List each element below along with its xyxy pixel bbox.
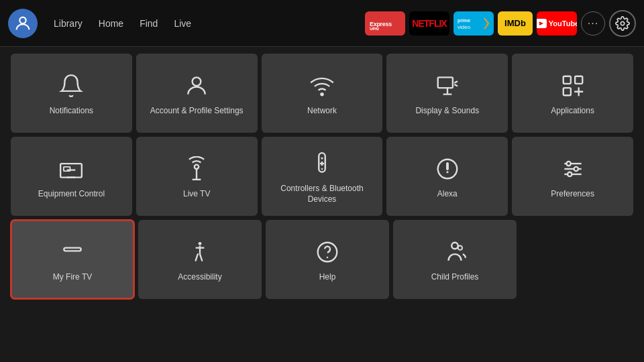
tv-icon	[56, 154, 86, 184]
svg-point-0	[19, 17, 25, 23]
svg-marker-5	[539, 21, 543, 25]
tile-preferences[interactable]: Preferences	[512, 137, 633, 216]
app-youtube[interactable]: YouTube	[537, 11, 577, 36]
tile-display-sounds-label: Display & Sounds	[415, 106, 479, 117]
antenna-icon	[182, 154, 211, 184]
tile-livetv-label: Live TV	[183, 189, 210, 200]
svg-rect-12	[563, 88, 570, 95]
nav-library[interactable]: Library	[47, 14, 89, 33]
tile-help[interactable]: Help	[266, 220, 389, 299]
settings-grid: Notifications Account & Profile Settings…	[0, 47, 644, 306]
alexa-icon	[433, 154, 462, 184]
tile-applications[interactable]: Applications	[512, 54, 633, 133]
tile-notifications[interactable]: Notifications	[11, 54, 132, 133]
tile-myfiretv-label: My Fire TV	[53, 272, 92, 283]
svg-text:video: video	[458, 24, 471, 30]
settings-row-2: Equipment Control Live TV	[11, 137, 633, 216]
accessibility-icon	[185, 237, 215, 267]
tile-account-label: Account & Profile Settings	[150, 106, 244, 117]
tile-accessibility[interactable]: Accessibility	[138, 220, 262, 299]
applications-icon	[558, 71, 588, 101]
prime-logo: prime video	[456, 15, 491, 32]
svg-point-29	[574, 167, 578, 171]
tile-childprofiles[interactable]: Child Profiles	[393, 220, 517, 299]
tile-network-label: Network	[307, 106, 337, 117]
svg-point-24	[446, 171, 448, 173]
svg-point-19	[321, 158, 323, 160]
empty-cell	[521, 220, 633, 299]
svg-point-22	[321, 168, 323, 170]
svg-point-32	[199, 242, 202, 245]
nav-find[interactable]: Find	[133, 14, 164, 33]
nav-home[interactable]: Home	[92, 14, 130, 33]
svg-rect-14	[64, 167, 70, 171]
imdb-logo: IMDb	[504, 18, 526, 28]
youtube-logo: YouTube	[537, 19, 577, 28]
top-navigation: Library Home Find Live Express VPN NETFL…	[0, 0, 644, 47]
tile-equipment[interactable]: Equipment Control	[11, 137, 132, 216]
app-netflix[interactable]: NETFLIX	[409, 11, 449, 36]
person-icon	[182, 71, 211, 101]
svg-point-36	[451, 243, 458, 249]
tile-applications-label: Applications	[551, 106, 594, 117]
settings-row-3: My Fire TV Accessibility	[11, 220, 633, 299]
tile-account[interactable]: Account & Profile Settings	[136, 54, 258, 133]
svg-text:VPN: VPN	[370, 27, 379, 30]
settings-row-1: Notifications Account & Profile Settings…	[11, 54, 633, 133]
app-prime[interactable]: prime video	[453, 11, 494, 36]
tile-display-sounds[interactable]: Display & Sounds	[386, 54, 508, 133]
tile-equipment-label: Equipment Control	[38, 189, 105, 200]
tile-livetv[interactable]: Live TV	[136, 137, 258, 216]
svg-point-8	[321, 93, 323, 95]
tile-accessibility-label: Accessibility	[178, 272, 221, 283]
user-avatar[interactable]	[8, 9, 38, 38]
tile-network[interactable]: Network	[262, 54, 383, 133]
display-sound-icon	[433, 71, 462, 101]
tile-controllers-label: Controllers & Bluetooth Devices	[267, 184, 378, 204]
app-imdb[interactable]: IMDb	[498, 11, 533, 36]
nav-apps: Express VPN NETFLIX prime video IMDb	[365, 10, 636, 37]
remote-icon	[307, 149, 337, 178]
tile-help-label: Help	[319, 272, 336, 283]
svg-point-37	[458, 246, 462, 250]
svg-point-6	[621, 21, 625, 25]
child-icon	[440, 237, 470, 267]
tile-myfiretv[interactable]: My Fire TV	[11, 220, 134, 299]
svg-rect-9	[438, 78, 453, 88]
tile-childprofiles-label: Child Profiles	[431, 272, 479, 283]
tile-notifications-label: Notifications	[50, 106, 93, 117]
svg-rect-31	[64, 248, 80, 251]
help-icon	[313, 237, 342, 267]
more-button[interactable]: ···	[581, 11, 605, 36]
netflix-logo: NETFLIX	[412, 18, 446, 29]
tile-controllers[interactable]: Controllers & Bluetooth Devices	[262, 137, 383, 216]
bell-icon	[56, 71, 86, 101]
tile-preferences-label: Preferences	[551, 189, 594, 200]
nav-live[interactable]: Live	[167, 14, 198, 33]
svg-point-30	[568, 172, 572, 176]
wifi-icon	[307, 71, 337, 101]
tile-alexa-label: Alexa	[437, 189, 458, 200]
svg-point-7	[193, 78, 201, 86]
svg-point-35	[327, 257, 329, 259]
svg-point-28	[566, 162, 570, 166]
svg-point-15	[195, 165, 199, 169]
tile-alexa[interactable]: Alexa	[386, 137, 508, 216]
svg-rect-10	[563, 76, 570, 84]
svg-text:prime: prime	[458, 18, 470, 23]
svg-rect-11	[575, 76, 582, 84]
nav-links: Library Home Find Live	[47, 14, 198, 33]
firetv-icon	[58, 237, 87, 267]
settings-button[interactable]	[609, 10, 636, 37]
app-expressvpn[interactable]: Express VPN	[365, 11, 405, 36]
sliders-icon	[558, 154, 588, 184]
